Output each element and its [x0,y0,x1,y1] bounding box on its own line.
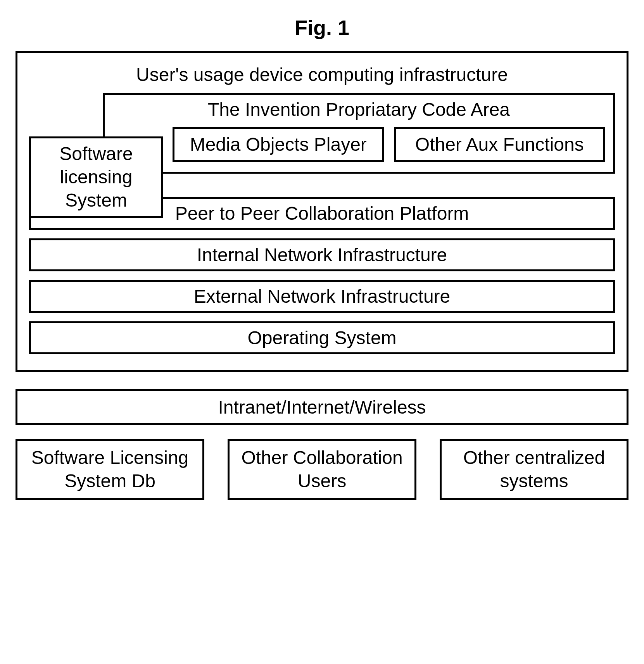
layer-stack: Peer to Peer Collaboration Platform Inte… [29,197,615,354]
media-objects-player-label: Media Objects Player [190,134,367,155]
p2p-label: Peer to Peer Collaboration Platform [175,203,469,224]
code-area-row: Media Objects Player Other Aux Functions [112,127,605,162]
other-collaboration-users-label: Other Collaboration Users [241,447,402,491]
external-network-label: External Network Infrastructure [194,286,451,307]
sw-licensing-db-label: Software Licensing System Db [31,447,189,491]
internal-network-layer: Internal Network Infrastructure [29,238,615,271]
proprietary-code-area-box: The Invention Propriatary Code Area Medi… [103,93,615,174]
media-objects-player-box: Media Objects Player [173,127,384,162]
external-network-layer: External Network Infrastructure [29,280,615,313]
other-collaboration-users-box: Other Collaboration Users [228,439,416,500]
internal-network-label: Internal Network Infrastructure [197,245,447,265]
network-bar-label: Intranet/Internet/Wireless [218,397,426,417]
software-licensing-system-label: Software licensing System [59,143,133,210]
user-device-box: User's usage device computing infrastruc… [16,51,628,372]
other-aux-functions-box: Other Aux Functions [394,127,606,162]
operating-system-label: Operating System [247,328,396,348]
sw-licensing-db-box: Software Licensing System Db [16,439,204,500]
bottom-row: Software Licensing System Db Other Colla… [16,439,628,500]
other-centralized-systems-box: Other centralized systems [440,439,628,500]
network-bar: Intranet/Internet/Wireless [16,389,628,425]
other-centralized-systems-label: Other centralized systems [463,447,605,491]
other-aux-functions-label: Other Aux Functions [415,134,584,155]
proprietary-code-area-title: The Invention Propriatary Code Area [112,99,605,120]
operating-system-layer: Operating System [29,321,615,354]
software-licensing-system-box: Software licensing System [29,136,163,218]
user-device-title: User's usage device computing infrastruc… [29,64,615,85]
figure-caption: Fig. 1 [16,16,628,40]
